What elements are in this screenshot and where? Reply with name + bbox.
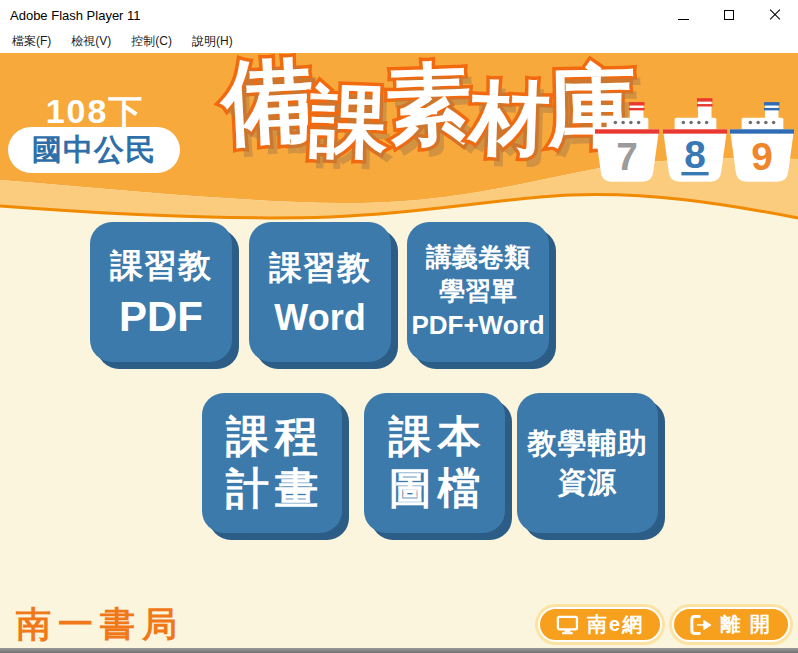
title-char: 素 — [385, 60, 474, 149]
tile-curriculum-plan[interactable]: 課程 計畫 — [202, 393, 342, 533]
volume-number: 7 — [616, 135, 638, 178]
menu-help[interactable]: 說明(H) — [184, 31, 241, 52]
tile-line: 課習教 — [110, 244, 212, 289]
title-char: 備 — [220, 53, 317, 149]
exit-icon — [690, 614, 712, 636]
minimize-button[interactable] — [660, 0, 706, 30]
exit-label: 離 開 — [720, 611, 772, 638]
tile-line: 講義卷類 — [426, 241, 530, 275]
menu-view[interactable]: 檢視(V) — [63, 31, 119, 52]
page-title: 備 課 素 材 庫 — [222, 55, 592, 161]
menu-file[interactable]: 檔案(F) — [4, 31, 59, 52]
volume-boat-8-selected[interactable]: 8 — [662, 91, 728, 187]
nan-e-net-label: 南e網 — [587, 611, 644, 638]
tile-line: 計畫 — [220, 463, 324, 515]
tile-line: Word — [274, 297, 365, 339]
flash-stage: 108下 國中公民 備 課 素 材 庫 7 — [0, 53, 798, 653]
window-title: Adobe Flash Player 11 — [0, 8, 141, 23]
volume-boat-9[interactable]: 9 — [729, 91, 795, 187]
title-char: 課 — [309, 82, 390, 163]
title-char: 材 — [469, 78, 552, 161]
tile-line: PDF+Word — [411, 309, 544, 343]
publisher-logo: 南一書局 — [16, 601, 184, 648]
menu-bar: 檔案(F) 檢視(V) 控制(C) 說明(H) — [0, 30, 798, 53]
tile-line: 課本 — [383, 411, 487, 463]
selected-underline — [681, 172, 708, 175]
subject-badge: 國中公民 — [8, 127, 180, 173]
nan-e-net-button[interactable]: 南e網 — [538, 607, 662, 642]
volume-boat-7[interactable]: 7 — [594, 91, 660, 187]
window-bottom-border — [0, 648, 798, 653]
tile-line: 資源 — [558, 463, 618, 502]
monitor-icon — [556, 615, 579, 635]
tile-line: 教學輔助 — [528, 424, 648, 463]
boat-stack — [630, 104, 644, 120]
tile-line: PDF — [119, 293, 203, 341]
tile-line: 圖檔 — [383, 463, 487, 515]
tile-line: 學習單 — [439, 275, 517, 309]
tile-textbook-word[interactable]: 課習教 Word — [249, 222, 391, 362]
tile-line: 課習教 — [269, 246, 371, 291]
tile-handouts-worksheets[interactable]: 講義卷類 學習單 PDF+Word — [407, 222, 549, 362]
tile-textbook-images[interactable]: 課本 圖檔 — [364, 393, 505, 533]
maximize-icon — [724, 10, 734, 20]
tile-textbook-pdf[interactable]: 課習教 PDF — [90, 222, 232, 362]
volume-number: 8 — [684, 133, 706, 176]
tile-teaching-resources[interactable]: 教學輔助 資源 — [517, 393, 658, 533]
exit-button[interactable]: 離 開 — [672, 607, 790, 642]
close-icon — [769, 9, 781, 21]
menu-control[interactable]: 控制(C) — [123, 31, 180, 52]
maximize-button[interactable] — [706, 0, 752, 30]
tile-line: 課程 — [220, 411, 324, 463]
minimize-icon — [678, 19, 689, 20]
close-button[interactable] — [752, 0, 798, 30]
subject-badge-label: 國中公民 — [32, 130, 156, 171]
volume-number: 9 — [751, 135, 773, 178]
